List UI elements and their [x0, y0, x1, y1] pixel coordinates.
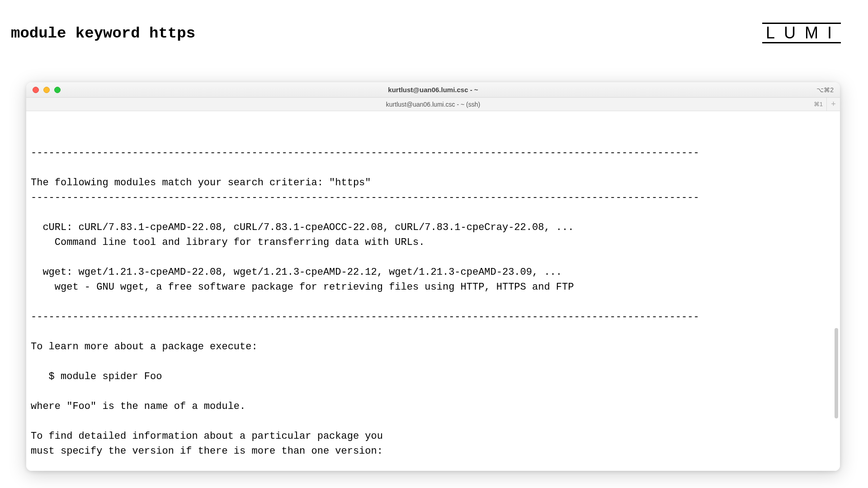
terminal-line	[31, 205, 840, 220]
terminal-output: ----------------------------------------…	[31, 145, 840, 471]
tab-index-label: ⌘1	[810, 101, 826, 108]
titlebar: kurtlust@uan06.lumi.csc - ~ ⌥⌘2	[26, 82, 840, 98]
maximize-button[interactable]	[54, 87, 61, 93]
terminal-line: ----------------------------------------…	[31, 310, 840, 324]
terminal-line	[31, 160, 840, 175]
window-shortcut-label: ⌥⌘2	[816, 86, 834, 94]
terminal-line: cURL: cURL/7.83.1-cpeAMD-22.08, cURL/7.8…	[31, 220, 840, 235]
logo-text: LUMI	[766, 25, 841, 41]
terminal-line	[31, 324, 840, 339]
terminal-line: The following modules match your search …	[31, 175, 840, 190]
lumi-logo: LUMI	[762, 23, 841, 43]
tabbar-right: ⌘1 +	[810, 98, 840, 111]
terminal-line: ----------------------------------------…	[31, 190, 840, 205]
scrollbar-thumb[interactable]	[835, 328, 838, 418]
terminal-line	[31, 250, 840, 265]
terminal-line	[31, 414, 840, 429]
terminal-line: $ module spider Foo	[31, 369, 840, 384]
terminal-line: ----------------------------------------…	[31, 145, 840, 160]
terminal-line: To find detailed information about a par…	[31, 429, 840, 444]
page-title: module keyword https	[11, 25, 195, 42]
minimize-button[interactable]	[43, 87, 50, 93]
terminal-line	[31, 354, 840, 369]
terminal-body[interactable]: ----------------------------------------…	[26, 111, 840, 471]
tab-title[interactable]: kurtlust@uan06.lumi.csc - ~ (ssh)	[26, 101, 840, 108]
tabbar: kurtlust@uan06.lumi.csc - ~ (ssh) ⌘1 +	[26, 98, 840, 111]
window-title: kurtlust@uan06.lumi.csc - ~	[26, 86, 840, 94]
terminal-line: To learn more about a package execute:	[31, 339, 840, 354]
terminal-line: must specify the version if there is mor…	[31, 444, 840, 459]
terminal-line: Command line tool and library for transf…	[31, 235, 840, 250]
terminal-window: kurtlust@uan06.lumi.csc - ~ ⌥⌘2 kurtlust…	[26, 82, 840, 471]
terminal-line	[31, 459, 840, 471]
terminal-line: wget: wget/1.21.3-cpeAMD-22.08, wget/1.2…	[31, 265, 840, 280]
new-tab-button[interactable]: +	[826, 98, 840, 111]
close-button[interactable]	[33, 87, 39, 93]
terminal-line: where "Foo" is the name of a module.	[31, 399, 840, 414]
traffic-lights	[33, 87, 61, 93]
terminal-line	[31, 295, 840, 310]
terminal-line	[31, 384, 840, 399]
terminal-line: wget - GNU wget, a free software package…	[31, 280, 840, 295]
